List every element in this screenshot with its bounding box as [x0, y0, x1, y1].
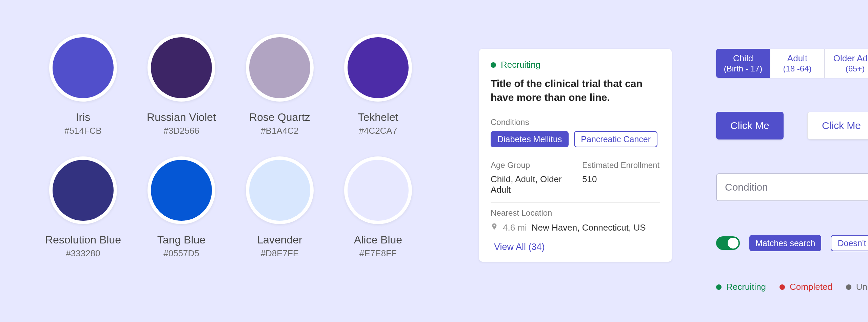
legend-label: Unknown	[856, 282, 868, 292]
swatch-tang-blue: Tang Blue #0557D5	[132, 156, 231, 259]
age-group: Age Group Child, Adult, Older Adult	[491, 160, 569, 195]
swatch-hex: #0557D5	[163, 248, 199, 259]
age-segmented-control: Child (Birth - 17) Adult (18 -64) Older …	[716, 49, 868, 78]
condition-chip-secondary[interactable]: Pancreatic Cancer	[574, 131, 657, 147]
status-dot-icon	[780, 284, 785, 290]
button-row: Click Me Click Me	[716, 112, 868, 139]
nearest-location-label: Nearest Location	[491, 208, 660, 218]
trial-card[interactable]: Recruiting Title of the clinical trial t…	[479, 49, 672, 262]
status-legend: Recruiting Completed Unknown	[716, 282, 868, 292]
trial-status-label: Recruiting	[501, 60, 540, 70]
swatch-frame	[344, 156, 412, 224]
enrollment-label: Estimated Enrollment	[582, 160, 660, 170]
divider	[491, 112, 660, 112]
swatch-name: Resolution Blue	[45, 234, 121, 246]
segment-sub: (65+)	[846, 64, 865, 74]
nearest-location: 4.6 mi New Haven, Connecticut, US	[491, 222, 660, 234]
location-name: New Haven, Connecticut, US	[532, 222, 646, 233]
divider	[491, 202, 660, 203]
swatch-name: Tang Blue	[157, 234, 205, 246]
swatch-frame	[49, 156, 117, 224]
condition-input[interactable]: Condition	[716, 173, 868, 201]
legend-recruiting: Recruiting	[716, 282, 766, 292]
divider	[491, 155, 660, 155]
swatch-name: Tekhelet	[358, 111, 398, 124]
swatch-tekhelet: Tekhelet #4C2CA7	[329, 34, 427, 136]
segment-child[interactable]: Child (Birth - 17)	[716, 49, 770, 78]
swatch-hex: #4C2CA7	[359, 126, 397, 136]
swatch-name: Rose Quartz	[249, 111, 310, 124]
swatch-frame	[246, 156, 314, 224]
status-dot-icon	[491, 62, 496, 68]
components-column: Child (Birth - 17) Adult (18 -64) Older …	[716, 49, 868, 292]
swatch-name: Russian Violet	[147, 111, 216, 124]
swatch-rose-quartz: Rose Quartz #B1A4C2	[231, 34, 329, 136]
swatch-color	[53, 37, 114, 98]
swatch-color	[151, 37, 212, 98]
swatch-frame	[246, 34, 314, 102]
swatch-hex: #B1A4C2	[261, 126, 298, 136]
swatch-color	[53, 160, 114, 221]
primary-button[interactable]: Click Me	[716, 112, 784, 139]
segment-older-adult[interactable]: Older Adult (65+)	[825, 49, 868, 78]
age-group-label: Age Group	[491, 160, 569, 170]
swatch-hex: #333280	[66, 248, 100, 259]
swatch-iris: Iris #514FCB	[34, 34, 132, 136]
swatch-hex: #514FCB	[64, 126, 102, 136]
secondary-button[interactable]: Click Me	[807, 112, 868, 139]
text-input-wrap: Condition	[716, 173, 868, 201]
pill-matches[interactable]: Matches search	[749, 235, 821, 251]
age-group-value: Child, Adult, Older Adult	[491, 174, 569, 195]
conditions-label: Conditions	[491, 117, 660, 127]
swatch-name: Lavender	[257, 234, 302, 246]
segment-label: Child	[733, 53, 753, 64]
swatch-name: Alice Blue	[354, 234, 402, 246]
match-toggle[interactable]	[716, 236, 740, 250]
filter-row: Matches search Doesn't match	[716, 235, 868, 251]
swatch-color	[249, 37, 310, 98]
swatch-hex: #E7E8FF	[359, 248, 397, 259]
swatch-frame	[344, 34, 412, 102]
pill-doesnt-match[interactable]: Doesn't match	[831, 235, 868, 251]
swatch-frame	[147, 156, 215, 224]
view-all-link[interactable]: View All (34)	[494, 242, 545, 252]
trial-meta-row: Age Group Child, Adult, Older Adult Esti…	[491, 160, 660, 195]
segment-sub: (Birth - 17)	[724, 64, 762, 74]
conditions-chips: Diabetes Mellitus Pancreatic Cancer	[491, 131, 660, 147]
swatch-hex: #3D2566	[163, 126, 199, 136]
swatch-russian-violet: Russian Violet #3D2566	[132, 34, 231, 136]
input-placeholder: Condition	[725, 181, 768, 193]
swatch-lavender: Lavender #D8E7FE	[231, 156, 329, 259]
status-dot-icon	[716, 284, 722, 290]
swatch-color	[249, 160, 310, 221]
swatch-frame	[49, 34, 117, 102]
swatch-hex: #D8E7FE	[261, 248, 299, 259]
swatch-color	[348, 160, 409, 221]
location-distance: 4.6 mi	[503, 222, 527, 233]
toggle-knob	[728, 238, 738, 249]
enrollment: Estimated Enrollment 510	[582, 160, 660, 195]
status-dot-icon	[846, 284, 851, 290]
segment-label: Older Adult	[833, 53, 868, 64]
location-pin-icon	[491, 222, 498, 234]
swatch-color	[151, 160, 212, 221]
swatch-frame	[147, 34, 215, 102]
segment-adult[interactable]: Adult (18 -64)	[770, 49, 825, 78]
condition-chip-primary[interactable]: Diabetes Mellitus	[491, 131, 569, 147]
legend-unknown: Unknown	[846, 282, 868, 292]
trial-title: Title of the clinical trial that can hav…	[491, 77, 660, 104]
enrollment-value: 510	[582, 174, 660, 185]
segment-sub: (18 -64)	[783, 64, 811, 74]
segment-label: Adult	[787, 53, 807, 64]
swatch-name: Iris	[76, 111, 91, 124]
legend-completed: Completed	[780, 282, 832, 292]
swatch-alice-blue: Alice Blue #E7E8FF	[329, 156, 427, 259]
swatch-resolution-blue: Resolution Blue #333280	[34, 156, 132, 259]
color-palette: Iris #514FCB Russian Violet #3D2566 Rose…	[34, 34, 427, 259]
trial-status: Recruiting	[491, 60, 660, 70]
legend-label: Recruiting	[726, 282, 766, 292]
swatch-color	[348, 37, 409, 98]
legend-label: Completed	[790, 282, 832, 292]
